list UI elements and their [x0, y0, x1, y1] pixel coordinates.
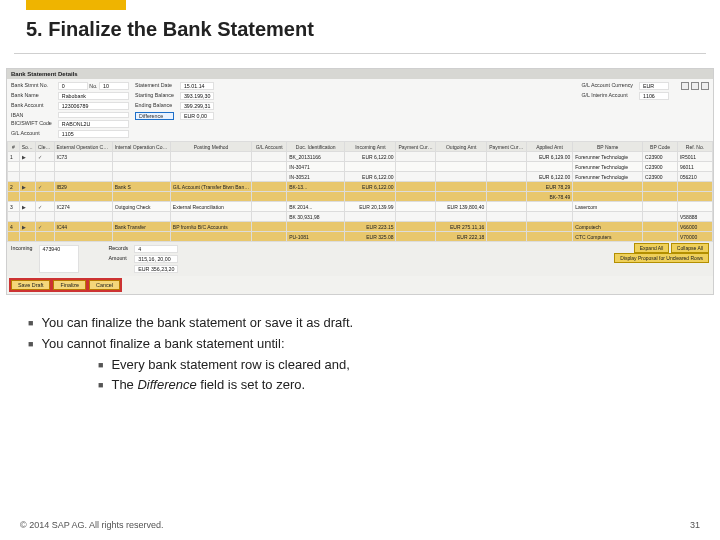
panel-footer: Incoming 473940 Records 4 Amount 315,16,… [7, 242, 713, 276]
val-amount2: EUR 356,23,20 [134, 265, 178, 273]
col-header: Source [19, 142, 35, 152]
val-swift: RABONL2U [58, 120, 129, 128]
collapse-all-button[interactable]: Collapse All [671, 243, 709, 253]
col-header: G/L Account [252, 142, 287, 152]
copyright: © 2014 SAP AG. All rights reserved. [20, 520, 164, 530]
bullet-list: You can finalize the bank statement or s… [28, 313, 696, 396]
val-diff: EUR 0,00 [180, 112, 215, 120]
col-header: Payment Currency [396, 142, 436, 152]
val-bank-account: 123006789 [58, 102, 129, 110]
val-gl-currency: EUR [639, 82, 669, 90]
lbl-bank-stmt-no: Bank Stmnt No. [11, 82, 52, 90]
expand-all-button[interactable]: Expand All [634, 243, 670, 253]
val-end-bal: 399.299,31 [180, 102, 215, 110]
bullet-2: You cannot finalize a bank statement unt… [28, 334, 696, 355]
divider [14, 53, 706, 54]
val-bank-name: Rabobank [58, 92, 129, 100]
col-header: Cleared [35, 142, 54, 152]
val-amount1: 315,16, 20,00 [134, 255, 178, 263]
lbl-bank-account: Bank Account [11, 102, 52, 110]
statement-grid[interactable]: #SourceClearedExternal Operation CodeInt… [7, 141, 713, 242]
table-row[interactable]: 4IC44Bank TransferBP from/to B/C Account… [8, 222, 713, 232]
sub-bullet-1: Every bank statement row is cleared and, [98, 355, 696, 376]
lbl-swift: BIC/SWIFT Code [11, 120, 52, 128]
lbl-gl-interim: G/L Interim Account [581, 92, 633, 100]
lbl-start-bal: Starting Balance [135, 92, 174, 100]
col-header: Payment Currency [487, 142, 527, 152]
lbl-end-bal: Ending Balance [135, 102, 174, 110]
window-icon[interactable] [691, 82, 699, 90]
panel-title: Bank Statement Details [7, 69, 713, 79]
val-stmt-date: 15.01.14 [180, 82, 215, 90]
table-row[interactable]: BK 30,931,98V58888 [8, 212, 713, 222]
val-start-bal: 393.199,30 [180, 92, 215, 100]
col-header: BP Name [573, 142, 643, 152]
lbl-records: Records [109, 245, 129, 253]
sub-bullet-2: The Difference field is set to zero. [98, 375, 696, 396]
lbl-bank-name: Bank Name [11, 92, 52, 100]
lbl-gl-currency: G/L Account Currency [581, 82, 633, 90]
window-icon[interactable] [701, 82, 709, 90]
table-row[interactable]: 3IC274Outgoing CheckExternal Reconciliat… [8, 202, 713, 212]
lbl-diff: Difference [135, 112, 174, 120]
table-row[interactable]: BK-78.49 [8, 192, 713, 202]
table-row[interactable]: 2IB29Bank SG/L Account (Transfer Btwn Ba… [8, 182, 713, 192]
page-number: 31 [690, 520, 700, 530]
panel-header: Bank Stmnt No. 0 No. 10 Bank Name Raboba… [7, 79, 713, 141]
lbl-gl: G/L Account [11, 130, 52, 138]
col-header: Doc. Identification [287, 142, 345, 152]
col-header: Outgoing Amt [436, 142, 487, 152]
table-row[interactable]: IN-30521EUR 6,122.00EUR 6,122.00Forerunn… [8, 172, 713, 182]
lbl-amount: Amount [109, 255, 129, 263]
action-row: Save Draft Finalize Cancel [7, 276, 713, 294]
col-header: External Operation Code [54, 142, 112, 152]
lbl-stmt-date: Statement Date [135, 82, 174, 90]
table-row[interactable]: IN-30471Forerunner TechnologieC239009601… [8, 162, 713, 172]
display-proposal-button[interactable]: Display Proposal for Uncleared Rows [614, 253, 709, 263]
lbl-iban: IBAN [11, 112, 52, 118]
save-draft-button[interactable]: Save Draft [11, 280, 50, 290]
col-header: Applied Amt [526, 142, 573, 152]
table-row[interactable]: PU-1081EUR 325.08EUR 222,18CTC Computers… [8, 232, 713, 242]
val-no: 10 [99, 82, 129, 90]
col-header: Ref. No. [677, 142, 712, 152]
accent-bar [26, 0, 126, 10]
window-icons [681, 82, 709, 90]
bullet-1: You can finalize the bank statement or s… [28, 313, 696, 334]
col-header: Posting Method [170, 142, 251, 152]
col-header: Incoming Amt [345, 142, 396, 152]
finalize-button[interactable]: Finalize [53, 280, 86, 290]
col-header: Internal Operation Code [112, 142, 170, 152]
lbl-incoming: Incoming [11, 245, 33, 273]
cancel-button[interactable]: Cancel [89, 280, 120, 290]
val-iban [58, 112, 129, 118]
slide-footer: © 2014 SAP AG. All rights reserved. 31 [0, 520, 720, 530]
val-gl: 1105 [58, 130, 129, 138]
val-bank-stmt-no: 0 [58, 82, 88, 90]
table-row[interactable]: 1IC73BK_20131166EUR 6,122.00EUR 6,129.00… [8, 152, 713, 162]
bank-statement-panel: Bank Statement Details Bank Stmnt No. 0 … [6, 68, 714, 295]
col-header: BP Code [643, 142, 678, 152]
val-gl-interim: 1106 [639, 92, 669, 100]
lbl-no: No. [89, 83, 97, 89]
col-header: # [8, 142, 20, 152]
window-icon[interactable] [681, 82, 689, 90]
val-incoming: 473940 [39, 245, 79, 273]
slide-title: 5. Finalize the Bank Statement [26, 18, 720, 41]
val-records: 4 [134, 245, 178, 253]
